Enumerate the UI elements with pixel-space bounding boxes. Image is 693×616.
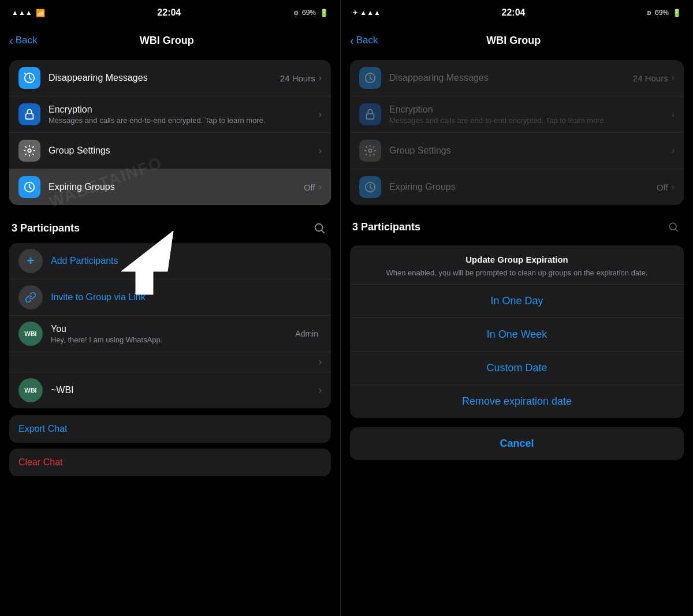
invite-link-row[interactable]: Invite to Group via Link — [9, 279, 331, 316]
expiring-groups-title: Expiring Groups — [49, 182, 304, 192]
svg-rect-1 — [26, 114, 33, 119]
modal-header: Update Group Expiration When enabled, yo… — [350, 245, 684, 284]
right-encryption-chevron-icon: › — [672, 109, 675, 120]
disappearing-value: 24 Hours — [280, 73, 315, 83]
left-row-encryption[interactable]: Encryption Messages and calls are end-to… — [9, 96, 331, 133]
right-expiring-groups-chevron-icon: › — [672, 182, 675, 192]
wifi-icon: 📶 — [36, 9, 45, 17]
option-custom-date[interactable]: Custom Date — [350, 351, 684, 384]
left-settings-card: Disappearing Messages 24 Hours › Encrypt… — [9, 60, 331, 205]
wbi-name: ~WBI — [51, 385, 319, 395]
disappearing-title: Disappearing Messages — [49, 73, 280, 83]
option-remove-expiration[interactable]: Remove expiration date — [350, 384, 684, 418]
right-expiring-groups-title: Expiring Groups — [389, 182, 657, 192]
group-settings-icon — [18, 140, 40, 162]
you-badge: Admin — [295, 329, 318, 338]
export-chat-label: Export Chat — [18, 424, 67, 434]
right-expiring-groups-icon — [359, 176, 381, 198]
right-nav-bar: ‹ Back WBI Group — [341, 25, 693, 55]
right-group-settings-title: Group Settings — [389, 145, 672, 156]
cancel-label: Cancel — [500, 438, 534, 449]
you-name: You — [51, 324, 295, 334]
add-participants-row[interactable]: + Add Participants — [9, 243, 331, 279]
right-back-button[interactable]: ‹ Back — [350, 34, 378, 47]
location-icon: ⊕ — [293, 9, 299, 17]
right-disappearing-title: Disappearing Messages — [389, 73, 633, 83]
add-icon: + — [18, 249, 43, 273]
group-settings-title: Group Settings — [49, 145, 319, 156]
encryption-title: Encryption — [49, 104, 319, 115]
left-row-expiring-groups[interactable]: Expiring Groups Off › — [9, 169, 331, 205]
right-nav-title: WBI Group — [378, 35, 649, 47]
wbi-avatar: WBI — [18, 378, 43, 402]
right-row-encryption: Encryption Messages and calls are end-to… — [350, 96, 684, 133]
signal-icon: ▲▲▲ — [12, 9, 32, 17]
disappearing-icon — [18, 67, 40, 89]
right-group-settings-icon — [359, 140, 381, 162]
left-participants-title: 3 Participants — [12, 222, 80, 234]
left-nav-title: WBI Group — [37, 35, 296, 47]
expiring-groups-value: Off — [304, 182, 315, 192]
wbi-chevron-icon: › — [319, 385, 322, 395]
battery-icon-right: 🔋 — [672, 9, 681, 17]
right-disappearing-icon — [359, 67, 381, 89]
you-avatar: WBI — [18, 322, 43, 346]
left-status-bar: ▲▲▲ 📶 22:04 ⊕ 69% 🔋 — [0, 0, 340, 25]
left-row-disappearing[interactable]: Disappearing Messages 24 Hours › — [9, 60, 331, 96]
battery-percent-right: 69% — [655, 9, 669, 17]
battery-icon-left: 🔋 — [319, 9, 329, 17]
left-back-label: Back — [16, 35, 38, 46]
right-encryption-icon — [359, 103, 381, 125]
option-in-one-day-label: In One Day — [490, 295, 543, 307]
link-icon — [18, 285, 43, 309]
option-in-one-day[interactable]: In One Day — [350, 284, 684, 318]
more-row[interactable]: › — [9, 352, 331, 372]
encryption-chevron-icon: › — [319, 109, 322, 120]
add-participants-label: Add Participants — [51, 256, 322, 266]
right-row-expiring-groups: Expiring Groups Off › — [350, 169, 684, 205]
disappearing-chevron-icon: › — [319, 73, 322, 83]
modal-subtitle: When enabled, you will be prompted to cl… — [362, 268, 672, 278]
option-custom-date-label: Custom Date — [486, 362, 547, 374]
group-settings-chevron-icon: › — [319, 145, 322, 156]
option-in-one-week[interactable]: In One Week — [350, 318, 684, 351]
right-expiring-groups-value: Off — [657, 182, 668, 192]
invite-link-label: Invite to Group via Link — [51, 292, 322, 303]
right-location-icon: ⊕ — [646, 9, 651, 17]
you-status: Hey, there! I am using WhatsApp. — [51, 335, 295, 344]
cancel-button[interactable]: Cancel — [350, 427, 684, 460]
left-search-button[interactable] — [310, 219, 329, 237]
right-participants-header: 3 Participants — [341, 210, 693, 241]
right-row-group-settings: Group Settings › — [350, 133, 684, 169]
right-back-label: Back — [356, 35, 378, 46]
left-back-button[interactable]: ‹ Back — [9, 34, 37, 47]
right-search-button[interactable] — [665, 219, 681, 235]
right-time: 22:04 — [502, 8, 526, 18]
you-row[interactable]: WBI You Hey, there! I am using WhatsApp.… — [9, 316, 331, 352]
export-chat-button[interactable]: Export Chat — [9, 415, 331, 443]
right-disappearing-value: 24 Hours — [633, 73, 668, 83]
modal-title: Update Group Expiration — [362, 255, 672, 264]
right-status-bar: ✈ ▲▲▲ 22:04 ⊕ 69% 🔋 — [341, 0, 693, 25]
encryption-subtitle: Messages and calls are end-to-end encryp… — [49, 116, 319, 125]
right-participants-title: 3 Participants — [352, 221, 420, 233]
clear-chat-button[interactable]: Clear Chat — [9, 449, 331, 476]
clear-chat-label: Clear Chat — [18, 457, 62, 467]
expiring-groups-chevron-icon: › — [319, 182, 322, 192]
left-time: 22:04 — [157, 8, 181, 18]
encryption-icon — [18, 103, 40, 125]
left-row-group-settings[interactable]: Group Settings › — [9, 133, 331, 169]
option-remove-expiration-label: Remove expiration date — [462, 395, 572, 407]
right-row-disappearing: Disappearing Messages 24 Hours › — [350, 60, 684, 96]
left-nav-bar: ‹ Back WBI Group — [0, 25, 340, 55]
right-settings-card: Disappearing Messages 24 Hours › Encrypt… — [350, 60, 684, 205]
left-back-chevron-icon: ‹ — [9, 34, 13, 47]
right-disappearing-chevron-icon: › — [672, 73, 675, 83]
left-participants-header: 3 Participants — [0, 210, 340, 243]
left-participants-card: + Add Participants Invite to Group via L… — [9, 243, 331, 408]
svg-point-2 — [28, 149, 31, 152]
expiration-modal: Update Group Expiration When enabled, yo… — [350, 245, 684, 418]
right-signal-icon: ✈ ▲▲▲ — [352, 9, 381, 17]
svg-rect-7 — [367, 114, 374, 119]
wbi-row[interactable]: WBI ~WBI › — [9, 372, 331, 408]
